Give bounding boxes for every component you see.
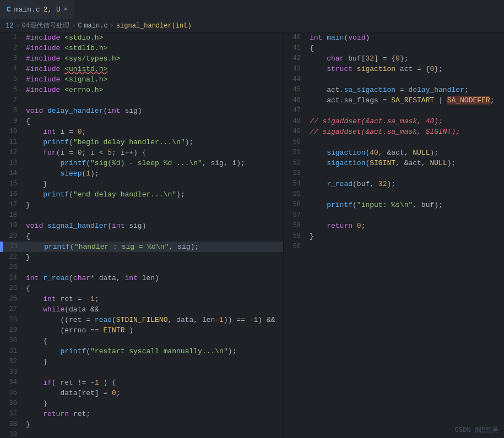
line-content: sleep(1); (23, 168, 283, 179)
token: <errno.h> (64, 86, 103, 94)
code-line: 14 sleep(1); (0, 168, 283, 179)
token: ; i < (82, 149, 107, 157)
line-number: 59 (285, 231, 306, 242)
line-content (306, 242, 504, 252)
token: len) (138, 274, 159, 282)
token: ( (86, 159, 90, 167)
left-pane: 1#include <stdio.h>2#include <stdlib.h>3… (0, 32, 284, 438)
line-content: act.sa_flags = SA_RESTART | SA_NODEFER; (306, 95, 504, 106)
line-number: 54 (285, 179, 306, 189)
token: ) && (258, 316, 275, 324)
token: { (26, 232, 30, 240)
token: <signal.h> (64, 75, 107, 84)
token: int (107, 107, 120, 115)
line-content: sigaction(40, &act, NULL); (306, 147, 504, 158)
code-line: 51 sigaction(40, &act, NULL); (284, 147, 504, 158)
left-code-area[interactable]: 1#include <stdio.h>2#include <stdlib.h>3… (0, 32, 283, 438)
token: sig) (121, 107, 142, 115)
token (26, 138, 43, 146)
token (26, 159, 60, 167)
line-content: { (23, 116, 283, 127)
line-content: #include <unistd.h> (23, 64, 283, 74)
token (43, 222, 47, 230)
right-code-area[interactable]: 40int main(void)41{42 char buf[32] = {0}… (284, 32, 504, 438)
token (26, 295, 43, 303)
line-content: int ret = -1; (23, 294, 283, 304)
token: int (26, 274, 39, 282)
line-number: 46 (285, 95, 306, 106)
line-number: 15 (2, 179, 23, 189)
token: } (26, 253, 30, 261)
token: 1 (95, 379, 99, 387)
code-line: 20{ (0, 231, 283, 242)
token: // sigaddset(&act.sa_mask, 40); (310, 117, 443, 125)
line-number: 26 (2, 294, 23, 304)
token: char (73, 274, 90, 282)
code-line: 12 for(i = 0; i < 5; i++) { (0, 147, 283, 158)
line-number: 1 (2, 32, 23, 43)
line-number: 60 (285, 242, 306, 252)
line-content: { (23, 336, 283, 346)
line-number: 44 (285, 74, 306, 85)
code-line: 10 int i = 0; (0, 127, 283, 137)
token: int (43, 295, 56, 303)
code-line: 18 (0, 210, 283, 221)
token: // sigaddset(&act.sa_mask, SIGINT); (310, 128, 460, 136)
line-number: 38 (2, 419, 23, 430)
line-content: } (306, 231, 504, 242)
line-number: 35 (2, 388, 23, 398)
tab-modified: 2, U (44, 6, 61, 14)
main-tab[interactable]: C main.c 2, U × (0, 0, 74, 19)
token (353, 222, 357, 230)
code-line: 40int main(void) (284, 32, 504, 43)
token: 32 (378, 180, 387, 188)
line-content: printf("begin delay handler...\n"); (23, 137, 283, 147)
line-content: (errno == EINTR ) (23, 325, 283, 336)
code-line: 6#include <errno.h> (0, 85, 283, 95)
line-content: #include <signal.h> (23, 74, 283, 85)
token: delay_handler (47, 107, 103, 115)
token: ); (430, 149, 439, 157)
token: ; (464, 86, 469, 94)
token: for (43, 149, 56, 157)
token: NULL (413, 149, 430, 157)
editor-container: 1#include <stdio.h>2#include <stdlib.h>3… (0, 32, 504, 438)
token: ; (95, 295, 99, 303)
token: read (95, 316, 112, 324)
token: act.sa_flags = (310, 96, 391, 105)
line-number: 22 (2, 252, 23, 262)
token: )) == - (224, 316, 254, 324)
line-number: 29 (2, 325, 23, 336)
token: void (26, 222, 43, 230)
token: 32 (365, 54, 374, 63)
token: sigaction (357, 65, 395, 73)
token (310, 149, 327, 157)
token: STDIN_FILENO (116, 316, 168, 324)
token (43, 107, 47, 115)
token: act. (310, 86, 344, 94)
line-content: } (23, 357, 283, 367)
close-tab-button[interactable]: × (64, 6, 68, 13)
line-number: 5 (2, 74, 23, 85)
token: ); (387, 180, 395, 188)
token: (data && (64, 305, 99, 314)
token: } (26, 358, 47, 366)
token: ; (361, 222, 366, 230)
token: = (395, 86, 408, 94)
breadcrumb-item-file: main.c (84, 22, 107, 30)
token: printf (43, 138, 69, 146)
line-content: printf("input: %s\n", buf); (306, 200, 504, 210)
token: ret = - (56, 295, 90, 303)
token: ((ret = (26, 316, 95, 324)
line-content (306, 189, 504, 200)
token: }; (400, 54, 409, 63)
token: if (43, 379, 52, 387)
line-content: while(data && (23, 304, 283, 315)
token: 1 (90, 295, 95, 303)
code-line: 3#include <sys/types.h> (0, 53, 283, 64)
token: struct (327, 65, 353, 73)
line-number: 30 (2, 336, 23, 346)
token (353, 65, 357, 73)
token: SA_RESTART (391, 96, 434, 105)
token: return (327, 222, 353, 230)
